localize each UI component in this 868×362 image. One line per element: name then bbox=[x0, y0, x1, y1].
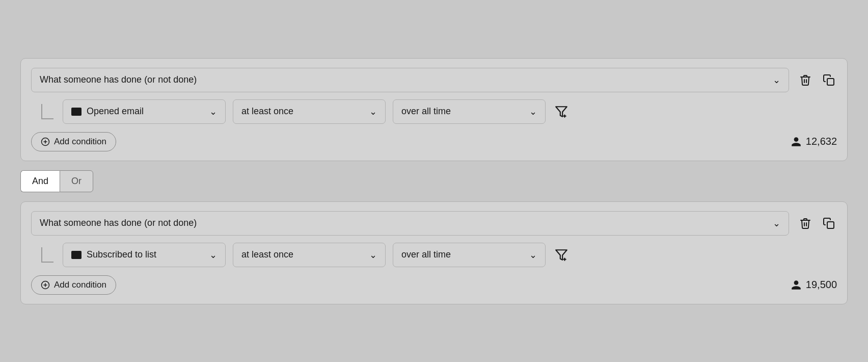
frequency-chevron-2: ⌄ bbox=[369, 249, 377, 261]
event-chevron-1: ⌄ bbox=[209, 106, 217, 117]
svg-marker-8 bbox=[556, 250, 567, 260]
add-condition-label-2: Add condition bbox=[54, 280, 106, 290]
svg-rect-0 bbox=[827, 79, 834, 85]
connector-1 bbox=[41, 104, 53, 119]
condition-header-2: What someone has done (or not done) ⌄ bbox=[31, 211, 837, 236]
event-label-1: Opened email bbox=[87, 106, 144, 117]
event-icon-2 bbox=[71, 251, 82, 259]
time-dropdown-2[interactable]: over all time ⌄ bbox=[393, 243, 546, 267]
add-condition-button-1[interactable]: Add condition bbox=[31, 132, 116, 151]
main-select-1-label: What someone has done (or not done) bbox=[40, 74, 197, 85]
copy-button-1[interactable] bbox=[821, 72, 837, 88]
main-select-2[interactable]: What someone has done (or not done) ⌄ bbox=[31, 211, 789, 236]
main-select-2-chevron: ⌄ bbox=[773, 218, 780, 229]
time-label-2: over all time bbox=[401, 249, 451, 260]
frequency-dropdown-2[interactable]: at least once ⌄ bbox=[233, 243, 386, 267]
frequency-label-2: at least once bbox=[241, 249, 293, 260]
main-select-2-label: What someone has done (or not done) bbox=[40, 218, 197, 228]
sub-row-1: Opened email ⌄ at least once ⌄ over all … bbox=[46, 99, 837, 124]
filter-button-2[interactable] bbox=[553, 246, 570, 264]
person-icon-1 bbox=[791, 136, 802, 147]
add-condition-label-1: Add condition bbox=[54, 137, 106, 147]
time-chevron-2: ⌄ bbox=[529, 249, 537, 261]
time-chevron-1: ⌄ bbox=[529, 106, 537, 117]
event-chevron-2: ⌄ bbox=[209, 249, 217, 261]
frequency-chevron-1: ⌄ bbox=[369, 106, 377, 117]
filter-button-1[interactable] bbox=[553, 103, 570, 120]
frequency-dropdown-1[interactable]: at least once ⌄ bbox=[233, 99, 386, 124]
count-display-1: 12,632 bbox=[791, 136, 837, 147]
delete-button-1[interactable] bbox=[797, 72, 813, 88]
condition-1-actions bbox=[797, 72, 837, 88]
and-button[interactable]: And bbox=[20, 170, 60, 192]
count-value-1: 12,632 bbox=[806, 136, 837, 147]
condition-footer-1: Add condition 12,632 bbox=[31, 132, 837, 151]
frequency-label-1: at least once bbox=[241, 106, 293, 117]
delete-button-2[interactable] bbox=[797, 215, 813, 231]
connector-2 bbox=[41, 247, 53, 263]
event-label-2: Subscribed to list bbox=[87, 249, 156, 260]
event-icon-1 bbox=[71, 108, 82, 116]
person-icon-2 bbox=[791, 279, 802, 291]
condition-2-actions bbox=[797, 215, 837, 231]
count-value-2: 19,500 bbox=[806, 279, 837, 291]
copy-button-2[interactable] bbox=[821, 215, 837, 231]
condition-header-1: What someone has done (or not done) ⌄ bbox=[31, 68, 837, 92]
condition-block-2: What someone has done (or not done) ⌄ bbox=[20, 201, 848, 304]
condition-block-1: What someone has done (or not done) ⌄ bbox=[20, 58, 848, 161]
time-label-1: over all time bbox=[401, 106, 451, 117]
condition-footer-2: Add condition 19,500 bbox=[31, 275, 837, 295]
logic-row: And Or bbox=[20, 170, 848, 192]
time-dropdown-1[interactable]: over all time ⌄ bbox=[393, 99, 546, 124]
svg-rect-7 bbox=[827, 222, 834, 228]
main-select-1[interactable]: What someone has done (or not done) ⌄ bbox=[31, 68, 789, 92]
add-condition-button-2[interactable]: Add condition bbox=[31, 275, 116, 295]
or-button[interactable]: Or bbox=[60, 170, 93, 192]
count-display-2: 19,500 bbox=[791, 279, 837, 291]
main-select-1-chevron: ⌄ bbox=[773, 74, 780, 86]
svg-marker-1 bbox=[556, 107, 567, 117]
event-dropdown-1[interactable]: Opened email ⌄ bbox=[63, 99, 226, 124]
event-dropdown-2[interactable]: Subscribed to list ⌄ bbox=[63, 243, 226, 267]
sub-row-2: Subscribed to list ⌄ at least once ⌄ ove… bbox=[46, 243, 837, 267]
